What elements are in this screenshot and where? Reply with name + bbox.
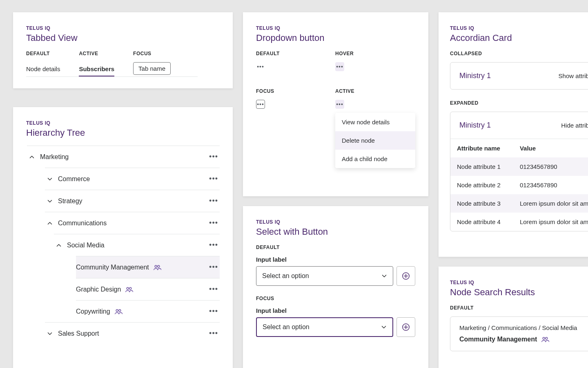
card-title: Tabbed View (26, 33, 220, 43)
chevron-up-icon[interactable] (45, 220, 55, 227)
state-label-focus: FOCUS (256, 296, 415, 301)
accordion-header: Ministry 1 Hide attributes (450, 112, 588, 139)
search-result-name: Community Management (459, 336, 537, 343)
tree-row[interactable]: Community Management••• (76, 256, 220, 278)
tabs-underline (26, 76, 198, 77)
input-label: Input label (256, 256, 415, 263)
cell-attribute-name: Node attribute 1 (450, 157, 513, 176)
menu-item-view[interactable]: View node details (335, 113, 415, 131)
accordion-item-title: Ministry 1 (459, 121, 491, 130)
dropdown-states-grid: DEFAULT ••• HOVER ••• FOCUS ••• ACTIVE •… (256, 51, 415, 168)
tab-tab-name[interactable]: Tab name (133, 62, 171, 75)
card-title: Hierarchy Tree (26, 128, 220, 138)
add-button[interactable] (396, 266, 415, 286)
add-button[interactable] (396, 317, 415, 337)
more-icon[interactable]: ••• (209, 307, 218, 316)
eyebrow: TELUS IQ (26, 120, 220, 126)
tab-active-col: ACTIVE Subscribers (79, 51, 114, 76)
tree-row[interactable]: Commerce••• (45, 168, 220, 190)
chevron-up-icon[interactable] (54, 242, 64, 249)
select-row-focus: Select an option (256, 317, 415, 337)
more-icon[interactable]: ••• (209, 241, 218, 249)
cell-value: Lorem ipsum dolor sit amet (513, 194, 588, 213)
more-icon[interactable]: ••• (335, 100, 344, 109)
tab-default-col: DEFAULT Node details (26, 51, 60, 76)
tree-row[interactable]: Social Media••• (54, 234, 220, 256)
search-result-item[interactable]: Marketing / Communications / Social Medi… (450, 316, 588, 351)
card-title: Dropdown button (256, 33, 415, 43)
state-label-collapsed: COLLAPSED (450, 51, 588, 56)
dd-default-cell: DEFAULT ••• (256, 51, 335, 71)
more-icon[interactable]: ••• (209, 175, 218, 183)
tree-row[interactable]: Sales Support••• (45, 322, 220, 344)
card-title: Node Search Results (450, 287, 588, 298)
menu-item-add-child[interactable]: Add a child node (335, 150, 415, 168)
cell-attribute-name: Node attribute 4 (450, 213, 513, 231)
tree-row[interactable]: Graphic Design••• (76, 278, 220, 300)
chevron-down-icon[interactable] (45, 197, 55, 205)
more-icon[interactable]: ••• (209, 219, 218, 227)
more-icon[interactable]: ••• (209, 329, 218, 338)
tree-label: Copywriting (76, 308, 110, 315)
hide-attributes-link[interactable]: Hide attributes (561, 122, 588, 129)
select-placeholder: Select an option (262, 272, 309, 280)
select-input[interactable]: Select an option (256, 266, 393, 286)
more-icon[interactable]: ••• (209, 153, 218, 161)
more-icon[interactable]: ••• (209, 197, 218, 205)
table-row: Node attribute 101234567890 (450, 157, 588, 176)
tab-node-details[interactable]: Node details (26, 62, 60, 76)
tree-label: Communications (58, 220, 107, 227)
chevron-down-icon (381, 272, 388, 280)
col-attribute-name: Attribute name (450, 139, 513, 158)
tree-list: Marketing•••Commerce•••Strategy•••Commun… (26, 146, 220, 344)
card-title: Select with Button (256, 227, 415, 237)
tree-label: Graphic Design (76, 286, 121, 293)
tree-row[interactable]: Communications••• (45, 212, 220, 234)
tree-row[interactable]: Copywriting••• (76, 300, 220, 322)
accordion-item-title: Ministry 1 (459, 72, 491, 80)
tree-row[interactable]: Strategy••• (45, 190, 220, 212)
tabbed-view-card: TELUS IQ Tabbed View DEFAULT Node detail… (13, 12, 233, 88)
chevron-down-icon[interactable] (45, 175, 55, 183)
accordion-expanded-box: Ministry 1 Hide attributes Attribute nam… (450, 112, 588, 231)
menu-item-delete[interactable]: Delete node (335, 131, 415, 150)
tree-label: Strategy (58, 197, 82, 205)
chevron-down-icon (380, 323, 388, 331)
dd-focus-cell: FOCUS ••• (256, 88, 335, 168)
tab-focus-col: FOCUS Tab name (133, 51, 171, 75)
state-label-default: DEFAULT (256, 51, 335, 56)
tab-subscribers[interactable]: Subscribers (79, 62, 114, 76)
dd-active-cell: ACTIVE ••• View node details Delete node… (335, 88, 415, 168)
more-icon[interactable]: ••• (256, 100, 265, 109)
state-label-hover: HOVER (335, 51, 415, 56)
more-icon[interactable]: ••• (209, 285, 218, 294)
cell-attribute-name: Node attribute 3 (450, 194, 513, 213)
people-icon (541, 335, 549, 343)
accordion-header: Ministry 1 Show attributes (450, 63, 588, 89)
dropdown-menu: View node details Delete node Add a chil… (335, 113, 415, 168)
eyebrow: TELUS IQ (450, 25, 588, 31)
eyebrow: TELUS IQ (450, 280, 588, 285)
table-row: Node attribute 201234567890 (450, 176, 588, 194)
more-icon[interactable]: ••• (335, 62, 344, 71)
table-row: Node attribute 3Lorem ipsum dolor sit am… (450, 194, 588, 213)
state-label-focus: FOCUS (256, 88, 335, 94)
cell-attribute-name: Node attribute 2 (450, 176, 513, 194)
more-icon[interactable]: ••• (256, 62, 265, 71)
accordion-collapsed-box: Ministry 1 Show attributes (450, 62, 588, 90)
state-label-active: ACTIVE (335, 88, 415, 94)
state-label-default: DEFAULT (256, 245, 415, 250)
more-icon[interactable]: ••• (209, 263, 218, 272)
chevron-down-icon[interactable] (45, 330, 55, 337)
eyebrow: TELUS IQ (256, 219, 415, 225)
show-attributes-link[interactable]: Show attributes (559, 72, 588, 79)
chevron-up-icon[interactable] (27, 153, 37, 161)
cell-value: Lorem ipsum dolor sit amet (513, 213, 588, 231)
tree-label: Marketing (40, 153, 69, 161)
select-placeholder: Select an option (263, 323, 310, 331)
breadcrumb: Marketing / Communications / Social Medi… (459, 324, 588, 331)
tree-row[interactable]: Marketing••• (27, 146, 220, 168)
select-input[interactable]: Select an option (256, 317, 393, 337)
tabs-states-row: DEFAULT Node details ACTIVE Subscribers … (26, 51, 220, 76)
state-label-default: DEFAULT (26, 51, 60, 56)
